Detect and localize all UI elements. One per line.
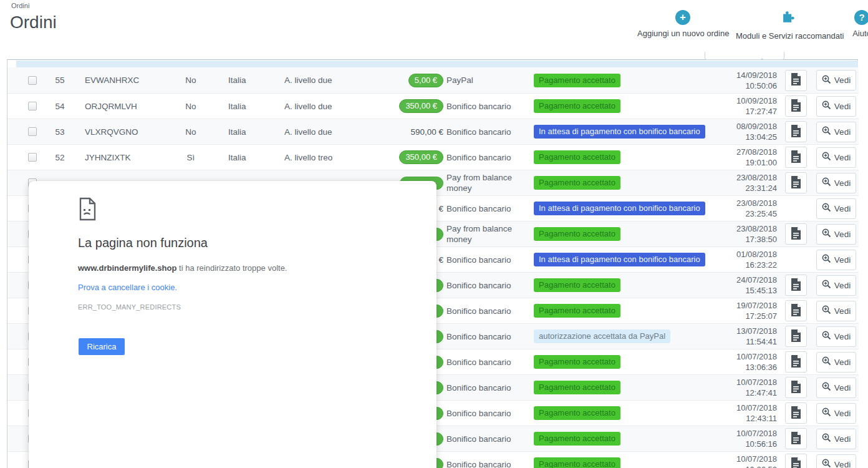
document-icon [791, 381, 801, 395]
document-cell [785, 196, 808, 221]
document-icon [791, 99, 801, 114]
view-button[interactable]: Vedi [816, 224, 856, 245]
view-button-label: Vedi [834, 255, 851, 265]
status-badge: Pagamento accettato [534, 74, 620, 87]
document-button[interactable] [785, 70, 807, 91]
document-cell [785, 426, 808, 451]
view-button-label: Vedi [834, 434, 851, 444]
document-button[interactable] [785, 95, 807, 117]
view-button-label: Vedi [834, 178, 851, 188]
document-button[interactable] [785, 223, 807, 245]
total-cell: 590,00 € [350, 119, 443, 144]
date-cell: 10/09/201817:27:47 [687, 94, 777, 119]
document-button[interactable] [785, 172, 807, 193]
payment-cell: Pay from balance money [446, 170, 524, 195]
document-button[interactable] [785, 454, 807, 468]
view-button[interactable]: Vedi [816, 378, 856, 398]
view-cell: Vedi [816, 247, 857, 272]
country-cell: Italia [228, 145, 278, 170]
document-icon [791, 329, 801, 344]
document-cell [785, 222, 808, 246]
order-datetime: 23/08/201823:31:24 [736, 172, 777, 193]
document-button[interactable] [785, 351, 807, 373]
document-button[interactable] [785, 300, 807, 321]
row-checkbox[interactable] [28, 153, 37, 162]
clear-cookies-link[interactable]: Prova a cancellare i cookie. [78, 283, 177, 292]
order-reference-cell: VLXRQVGNO [85, 119, 172, 144]
view-button[interactable]: Vedi [816, 122, 856, 142]
view-cell: Vedi [816, 452, 857, 468]
add-new-order-button[interactable]: + Aggiungi un nuovo ordine [637, 10, 728, 38]
date-cell: 13/07/201811:54:41 [687, 324, 777, 349]
order-datetime: 01/08/201816:23:22 [736, 249, 777, 270]
total-cell: 350,00 € [350, 145, 443, 170]
filter-search-button-fragment[interactable] [705, 52, 763, 60]
view-button[interactable]: Vedi [816, 301, 856, 321]
row-checkbox[interactable] [28, 76, 37, 85]
document-button[interactable] [785, 147, 807, 168]
order-datetime: 10/07/201812:43:11 [736, 402, 777, 424]
zoom-in-icon [822, 356, 831, 368]
document-button[interactable] [785, 377, 807, 398]
view-cell: Vedi [816, 119, 857, 144]
view-button-label: Vedi [834, 358, 851, 367]
view-button-label: Vedi [834, 306, 851, 316]
page-title: Ordini [10, 12, 57, 32]
document-button[interactable] [785, 428, 807, 449]
document-button[interactable] [785, 402, 807, 424]
view-button[interactable]: Vedi [816, 198, 856, 219]
date-cell: 23/08/201823:31:24 [687, 170, 777, 195]
document-button[interactable] [785, 275, 807, 296]
zoom-in-icon [822, 75, 831, 86]
status-badge: Pagamento accettato [534, 150, 620, 164]
view-button[interactable]: Vedi [816, 96, 856, 117]
view-button[interactable]: Vedi [816, 70, 856, 90]
status-badge: In attesa di pagamento con bonifico banc… [534, 202, 705, 215]
order-datetime: 10/07/201813:06:36 [736, 351, 777, 373]
document-cell [785, 67, 808, 93]
document-cell [785, 273, 808, 298]
payment-cell: Bonifico bancario [446, 401, 524, 426]
view-button[interactable]: Vedi [816, 250, 856, 270]
view-cell: Vedi [816, 273, 857, 298]
view-button[interactable]: Vedi [816, 429, 856, 449]
help-button[interactable]: ? Aiuto [843, 10, 868, 38]
order-datetime: 19/07/201817:25:07 [736, 300, 777, 321]
view-button[interactable]: Vedi [816, 326, 856, 347]
table-row: 53VLXRQVGNONoItaliaA. livello due590,00 … [7, 119, 859, 144]
view-button[interactable]: Vedi [816, 275, 856, 296]
view-cell: Vedi [816, 349, 857, 374]
date-cell: 23/08/201823:25:45 [687, 196, 777, 221]
payment-cell: Bonifico bancario [446, 349, 524, 374]
zoom-in-icon [822, 228, 831, 240]
order-datetime: 27/08/201819:01:00 [736, 147, 777, 168]
recommended-modules-button[interactable]: Moduli e Servizi raccomandati [736, 10, 842, 41]
row-checkbox[interactable] [28, 127, 37, 136]
zoom-in-icon [822, 407, 831, 419]
view-button[interactable]: Vedi [816, 454, 856, 468]
status-badge: Pagamento accettato [534, 304, 620, 318]
view-button[interactable]: Vedi [816, 352, 856, 373]
view-button[interactable]: Vedi [816, 403, 856, 424]
order-datetime: 10/07/201812:47:41 [736, 377, 777, 398]
date-cell: 19/07/201817:25:07 [687, 298, 777, 323]
view-button-label: Vedi [834, 409, 851, 418]
row-checkbox[interactable] [28, 102, 37, 110]
country-cell: Italia [228, 94, 278, 119]
document-button[interactable] [785, 121, 807, 142]
view-cell: Vedi [816, 375, 857, 400]
view-button-label: Vedi [834, 127, 851, 137]
filter-clear-button-fragment[interactable] [762, 52, 784, 60]
view-button[interactable]: Vedi [816, 147, 856, 168]
payment-cell: Bonifico bancario [446, 247, 524, 272]
document-button[interactable] [785, 326, 807, 347]
payment-cell: Pay from balance money [446, 222, 524, 246]
view-button[interactable]: Vedi [816, 173, 856, 193]
document-cell [785, 298, 808, 323]
order-reference-cell: JYHNZIXTK [85, 145, 172, 170]
document-cell [785, 94, 808, 119]
reload-button[interactable]: Ricarica [79, 338, 125, 355]
document-cell [785, 170, 808, 195]
payment-cell: Bonifico bancario [446, 94, 524, 119]
view-button-label: Vedi [834, 230, 851, 239]
